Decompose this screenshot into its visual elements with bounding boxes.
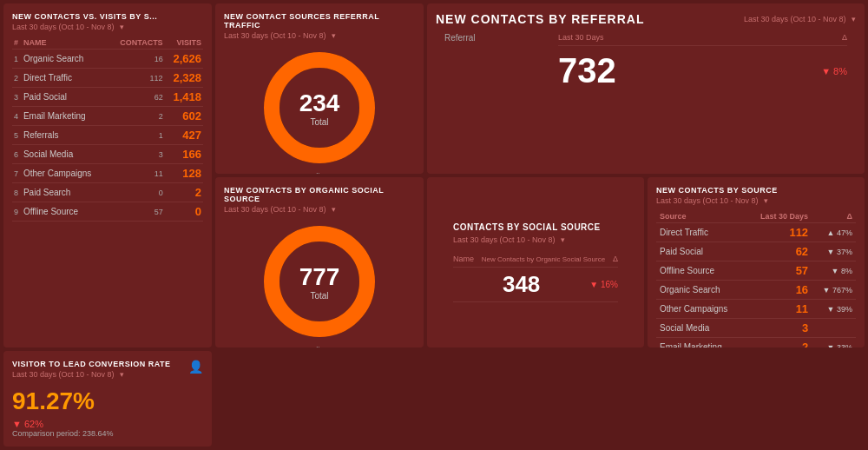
table-row: Direct Traffic 112 ▲ 47% [656,223,856,242]
contacts-referral-title: NEW CONTACTS BY REFERRAL [436,12,644,26]
organic-total-number: 777 [299,263,340,291]
organic-social-dropdown[interactable]: ▾ [332,205,336,214]
row-visits: 128 [165,164,203,183]
social-source-subtitle[interactable]: Last 30 days (Oct 10 - Nov 8) ▾ [453,235,618,244]
row-name: Organic Search [22,50,108,69]
row-contacts: 1 [108,126,165,145]
social-source-card: CONTACTS BY SOCIAL SOURCE Last 30 days (… [427,177,644,347]
row-contacts: 0 [108,183,165,202]
row-name: Paid Social [22,88,108,107]
referral-traffic-subtitle[interactable]: Last 30 days (Oct 10 - Nov 8) ▾ [224,31,415,40]
referral-traffic-title: NEW CONTACT SOURCES REFERRAL TRAFFIC [224,12,415,30]
source-value: 62 [746,242,812,261]
table-row: 7 Other Campaigns 11 128 [12,164,203,183]
referral-traffic-card: NEW CONTACT SOURCES REFERRAL TRAFFIC Las… [215,3,424,174]
row-visits: 166 [165,145,203,164]
source-value: 16 [746,281,812,300]
organic-social-subtitle[interactable]: Last 30 days (Oct 10 - Nov 8) ▾ [224,205,415,214]
row-rank: 1 [12,50,22,69]
referral-donut-center: 234 Total [299,89,340,127]
name-header: NAME [22,36,108,50]
table-row: Email Marketing 2 ▼ 33% [656,338,856,348]
row-contacts: 11 [108,164,165,183]
referral-donut-container: 234 Total Slice 100% [224,47,415,174]
organic-donut-center: 777 Total [299,263,340,301]
social-source-data-row: 348 ▼ 16% [453,268,618,302]
table-row: 6 Social Media 3 166 [12,145,203,164]
table-row: 4 Email Marketing 2 602 [12,107,203,126]
row-contacts: 112 [108,69,165,88]
contacts-source-dropdown[interactable]: ▾ [764,196,768,205]
row-name: Other Campaigns [22,164,108,183]
source-delta: ▼ 37% [812,242,856,261]
source-name: Paid Social [656,242,746,261]
contacts-header: CONTACTS [108,36,165,50]
organic-donut: 777 Total [259,221,380,342]
organic-slice-label: Slice 100% [309,346,329,347]
visitor-lead-delta: ▼ 62% [12,419,203,429]
row-visits: 2,328 [165,69,203,88]
referral-total-label: Total [299,117,340,127]
contacts-referral-date[interactable]: Last 30 days (Oct 10 - Nov 8) ▾ [744,15,856,23]
organic-total-label: Total [299,291,340,301]
row-visits: 2 [165,183,203,202]
row-rank: 5 [12,126,22,145]
source-name: Email Marketing [656,338,746,348]
social-source-title: CONTACTS BY SOCIAL SOURCE [453,222,618,232]
contacts-referral-dropdown[interactable]: ▾ [852,15,856,23]
source-name: Other Campaigns [656,300,746,319]
row-rank: 6 [12,145,22,164]
contacts-referral-card: NEW CONTACTS BY REFERRAL Last 30 days (O… [427,3,865,174]
source-delta: ▼ 8% [812,261,856,281]
delta-col-header: Δ [812,210,856,223]
table-row: 2 Direct Traffic 112 2,328 [12,69,203,88]
contacts-visits-subtitle[interactable]: Last 30 days (Oct 10 - Nov 8) ▾ [12,23,203,31]
visitor-lead-subtitle[interactable]: Last 30 days (Oct 10 - Nov 8) ▾ [12,370,171,379]
social-source-header-row: Name New Contacts by Organic Social Sour… [453,251,618,268]
referral-traffic-dropdown[interactable]: ▾ [332,31,336,40]
dashboard: NEW CONTACTS VS. VISITS BY S... Last 30 … [0,0,868,450]
table-row: 9 Offline Source 57 0 [12,202,203,222]
visitor-lead-dropdown[interactable]: ▾ [120,370,124,379]
source-value: 11 [746,300,812,319]
row-contacts: 62 [108,88,165,107]
visitor-lead-value: 91.27% [12,387,203,415]
visitor-lead-icon: 👤 [188,360,203,374]
row-visits: 427 [165,126,203,145]
row-rank: 3 [12,88,22,107]
row-contacts: 16 [108,50,165,69]
table-row: 5 Referrals 1 427 [12,126,203,145]
source-delta: ▼ 767% [812,281,856,300]
row-rank: 9 [12,202,22,222]
row-visits: 2,626 [165,50,203,69]
row-name: Direct Traffic [22,69,108,88]
rank-header: # [12,36,22,50]
source-name: Offline Source [656,261,746,281]
row-name: Offline Source [22,202,108,222]
source-value: 2 [746,338,812,348]
row-contacts: 2 [108,107,165,126]
social-source-dropdown[interactable]: ▾ [561,235,565,244]
visits-header: VISITS [165,36,203,50]
source-delta: ▼ 39% [812,300,856,319]
table-row: Other Campaigns 11 ▼ 39% [656,300,856,319]
contacts-source-title: NEW CONTACTS BY SOURCE [656,186,856,195]
contacts-visits-dropdown[interactable]: ▾ [120,23,124,31]
contacts-source-subtitle[interactable]: Last 30 days (Oct 10 - Nov 8) ▾ [656,196,856,205]
referral-slice-label: Slice 100% [309,172,329,174]
table-row: Social Media 3 [656,319,856,338]
last30-header: Last 30 Days [558,33,604,42]
referral-value: 732 [558,51,616,90]
row-visits: 0 [165,202,203,222]
row-rank: 2 [12,69,22,88]
source-name: Organic Search [656,281,746,300]
contacts-source-card: NEW CONTACTS BY SOURCE Last 30 days (Oct… [648,177,865,347]
row-contacts: 3 [108,145,165,164]
row-name: Referrals [22,126,108,145]
source-delta [812,319,856,338]
source-value: 112 [746,223,812,242]
organic-donut-container: 777 Total Slice 100% [224,221,415,347]
contacts-source-table: Source Last 30 Days Δ Direct Traffic 112… [656,210,856,347]
source-name: Social Media [656,319,746,338]
source-name: Direct Traffic [656,223,746,242]
